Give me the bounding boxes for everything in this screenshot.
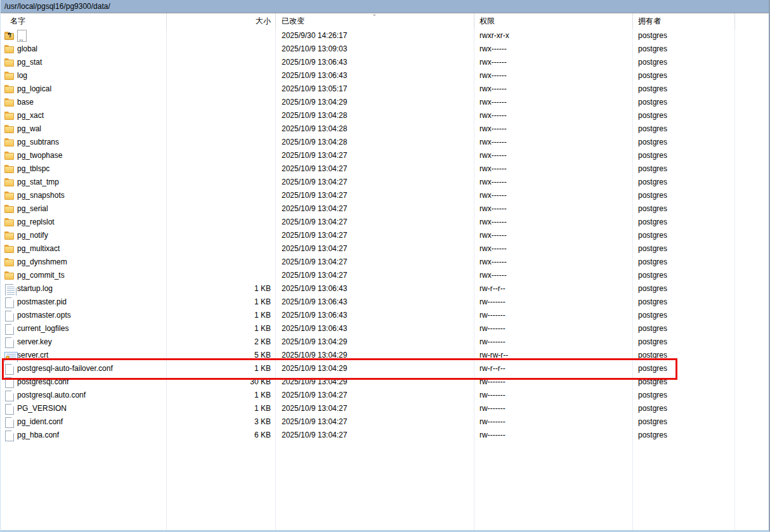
file-row[interactable]: log 2025/10/9 13:06:43 rwx------ postgre… — [1, 69, 769, 82]
file-rights: rw------- — [474, 415, 633, 429]
file-row[interactable]: pg_serial 2025/10/9 13:04:27 rwx------ p… — [1, 202, 769, 216]
file-row[interactable]: pg_stat_tmp 2025/10/9 13:04:27 rwx------… — [1, 176, 769, 189]
file-size — [167, 122, 276, 136]
file-changed: 2025/10/9 13:04:27 — [276, 256, 474, 269]
file-name-cell: pg_logical — [1, 82, 167, 96]
file-changed: 2025/10/9 13:04:29 — [276, 375, 474, 389]
file-name: pg_stat — [17, 56, 42, 69]
file-row[interactable]: .. 2025/9/30 14:26:17 rwxr-xr-x postgres — [1, 29, 769, 42]
file-row[interactable]: PG_VERSION 1 KB 2025/10/9 13:04:27 rw---… — [1, 402, 769, 415]
folder-icon — [4, 244, 15, 254]
file-size: 1 KB — [167, 322, 276, 335]
file-name-cell: base — [1, 96, 167, 109]
file-changed: 2025/9/30 14:26:17 — [276, 29, 474, 42]
folder-icon — [4, 98, 15, 107]
file-changed: 2025/10/9 13:06:43 — [276, 56, 474, 69]
file-icon — [4, 377, 15, 387]
file-row[interactable]: server.key 2 KB 2025/10/9 13:04:29 rw---… — [1, 335, 769, 349]
file-changed: 2025/10/9 13:06:43 — [276, 309, 474, 322]
file-row[interactable]: pg_logical 2025/10/9 13:05:17 rwx------ … — [1, 82, 769, 96]
file-changed: 2025/10/9 13:04:27 — [276, 149, 474, 162]
file-name: pg_tblspc — [17, 162, 49, 176]
folder-icon — [4, 84, 15, 94]
file-changed: 2025/10/9 13:04:28 — [276, 136, 474, 149]
file-size — [167, 176, 276, 189]
folder-up-icon — [4, 31, 15, 41]
file-name: postgresql.conf — [17, 375, 69, 389]
file-name: pg_notify — [17, 229, 48, 242]
file-changed: 2025/10/9 13:04:27 — [276, 162, 474, 176]
file-size — [167, 256, 276, 269]
file-row[interactable]: postmaster.opts 1 KB 2025/10/9 13:06:43 … — [1, 309, 769, 322]
file-owner: postgres — [633, 122, 735, 136]
file-row[interactable]: global 2025/10/9 13:09:03 rwx------ post… — [1, 42, 769, 56]
file-changed: 2025/10/9 13:04:27 — [276, 229, 474, 242]
file-row[interactable]: pg_dynshmem 2025/10/9 13:04:27 rwx------… — [1, 256, 769, 269]
file-size — [167, 96, 276, 109]
file-name: postmaster.opts — [17, 309, 71, 322]
file-changed: 2025/10/9 13:04:27 — [276, 269, 474, 282]
file-row[interactable]: pg_multixact 2025/10/9 13:04:27 rwx-----… — [1, 242, 769, 256]
file-rights: rwx------ — [474, 149, 633, 162]
file-row[interactable]: postgresql-auto-failover.conf 1 KB 2025/… — [1, 362, 769, 375]
file-row[interactable]: pg_commit_ts 2025/10/9 13:04:27 rwx-----… — [1, 269, 769, 282]
file-icon — [4, 311, 15, 320]
file-row[interactable]: postgresql.conf 30 KB 2025/10/9 13:04:29… — [1, 375, 769, 389]
column-header-name[interactable]: 名字 — [1, 13, 167, 29]
file-row[interactable]: pg_stat 2025/10/9 13:06:43 rwx------ pos… — [1, 56, 769, 69]
file-owner: postgres — [633, 29, 735, 42]
file-row[interactable]: base 2025/10/9 13:04:29 rwx------ postgr… — [1, 96, 769, 109]
file-name: pg_subtrans — [17, 136, 59, 149]
file-owner: postgres — [633, 389, 735, 402]
file-row[interactable]: pg_xact 2025/10/9 13:04:28 rwx------ pos… — [1, 109, 769, 122]
column-header-spacer — [735, 13, 769, 29]
sort-descending-icon — [372, 11, 377, 17]
column-header-rights[interactable]: 权限 — [474, 13, 633, 29]
file-row[interactable]: pg_subtrans 2025/10/9 13:04:28 rwx------… — [1, 136, 769, 149]
file-row[interactable]: startup.log 1 KB 2025/10/9 13:06:43 rw-r… — [1, 282, 769, 295]
file-size: 1 KB — [167, 309, 276, 322]
file-rights: rwx------ — [474, 96, 633, 109]
path-bar[interactable]: /usr/local/pgsql16/pg9300/data/ — [1, 0, 769, 13]
file-changed: 2025/10/9 13:06:43 — [276, 295, 474, 309]
file-row[interactable]: current_logfiles 1 KB 2025/10/9 13:06:43… — [1, 322, 769, 335]
file-text-icon — [4, 284, 15, 294]
folder-icon — [4, 111, 15, 120]
file-row[interactable]: server.crt 5 KB 2025/10/9 13:04:29 rw-rw… — [1, 349, 769, 362]
file-size — [167, 42, 276, 56]
file-row[interactable]: pg_notify 2025/10/9 13:04:27 rwx------ p… — [1, 229, 769, 242]
file-name-cell: postgresql.conf — [1, 375, 167, 389]
file-size — [167, 109, 276, 122]
file-name-cell: pg_tblspc — [1, 162, 167, 176]
file-rights: rwx------ — [474, 122, 633, 136]
file-row[interactable]: pg_twophase 2025/10/9 13:04:27 rwx------… — [1, 149, 769, 162]
file-rights: rw------- — [474, 295, 633, 309]
column-header-size[interactable]: 大小 — [167, 13, 276, 29]
column-header-owner[interactable]: 拥有者 — [633, 13, 735, 29]
file-row[interactable]: postmaster.pid 1 KB 2025/10/9 13:06:43 r… — [1, 295, 769, 309]
file-size — [167, 162, 276, 176]
file-name-cell: .. — [1, 29, 167, 42]
file-owner: postgres — [633, 402, 735, 415]
file-owner: postgres — [633, 149, 735, 162]
file-row[interactable]: pg_snapshots 2025/10/9 13:04:27 rwx-----… — [1, 189, 769, 202]
file-row[interactable]: pg_wal 2025/10/9 13:04:28 rwx------ post… — [1, 122, 769, 136]
file-manager-window: /usr/local/pgsql16/pg9300/data/ 名字 大小 已改… — [0, 0, 770, 532]
file-name-cell: server.key — [1, 335, 167, 349]
file-row[interactable]: pg_hba.conf 6 KB 2025/10/9 13:04:27 rw--… — [1, 429, 769, 442]
file-owner: postgres — [633, 269, 735, 282]
file-row[interactable]: pg_tblspc 2025/10/9 13:04:27 rwx------ p… — [1, 162, 769, 176]
file-name-cell: pg_serial — [1, 202, 167, 216]
file-row[interactable]: pg_ident.conf 3 KB 2025/10/9 13:04:27 rw… — [1, 415, 769, 429]
file-rights: rw------- — [474, 322, 633, 335]
file-changed: 2025/10/9 13:06:43 — [276, 322, 474, 335]
file-name: .. — [17, 30, 27, 42]
folder-icon — [4, 257, 15, 267]
file-row[interactable]: postgresql.auto.conf 1 KB 2025/10/9 13:0… — [1, 389, 769, 402]
file-name: server.key — [17, 335, 52, 349]
file-rights: rw------- — [474, 429, 633, 442]
file-size: 1 KB — [167, 402, 276, 415]
folder-icon — [4, 71, 15, 81]
file-row[interactable]: pg_replslot 2025/10/9 13:04:27 rwx------… — [1, 216, 769, 229]
file-name-cell: global — [1, 42, 167, 56]
